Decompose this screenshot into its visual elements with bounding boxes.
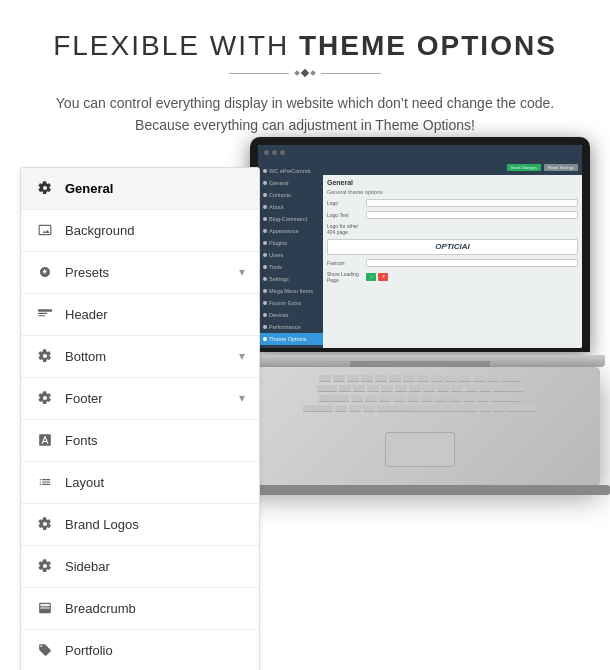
svg-rect-2 [38,315,45,316]
key [445,375,457,382]
nav-contacts: Contacts [258,189,323,201]
field-logo-input [366,199,578,207]
layout-icon [35,472,55,492]
key [353,385,365,392]
nav-performance: Performance [258,321,323,333]
screen-right-content: Save Changes Reset Settings General Gene… [323,161,582,348]
page-title: FLEXIBLE WITH THEME OPTIONS [40,30,570,62]
laptop-screen-frame: WC ePreCommit General Contacts About Blo… [250,137,590,352]
bar-dot-2 [272,150,277,155]
key-shift-r [507,405,537,412]
svg-rect-1 [38,313,47,314]
screen-main-content: General General theme options Logo Logo … [323,175,582,348]
header-icon [35,304,55,324]
menu-label-portfolio: Portfolio [65,643,245,658]
key [347,375,359,382]
title-normal: FLEXIBLE WITH [53,30,289,61]
divider-right-line [321,73,381,74]
screen-top-bar: Save Changes Reset Settings [323,161,582,175]
menu-label-general: General [65,181,245,196]
diamond-main [301,69,309,77]
menu-item-layout[interactable]: Layout [21,462,259,504]
menu-label-header: Header [65,307,245,322]
key [449,395,461,402]
key-row-space [303,405,537,412]
gear-icon [35,178,55,198]
bottom-arrow: ▾ [239,349,245,363]
presets-arrow: ▾ [239,265,245,279]
divider [40,70,570,76]
nav-blog: Blog-CommercI [258,213,323,225]
menu-label-brand-logos: Brand Logos [65,517,245,532]
laptop-touchpad [385,432,455,467]
screen-ui: WC ePreCommit General Contacts About Blo… [258,161,582,348]
nav-fission: Fission Extra [258,297,323,309]
key [365,395,377,402]
menu-item-sidebar[interactable]: Sidebar [21,546,259,588]
bar-dot-3 [280,150,285,155]
description: You can control everything display in we… [40,92,570,137]
key [473,375,485,382]
nav-site-title: WC ePreCommit [258,165,323,177]
font-icon [35,430,55,450]
diamond-small-right [310,70,316,76]
menu-label-sidebar: Sidebar [65,559,245,574]
key [379,395,391,402]
laptop-foot-bar [220,485,610,495]
drop-icon [35,262,55,282]
nav-tools: Tools [258,261,323,273]
key [361,375,373,382]
laptop-mockup: WC ePreCommit General Contacts About Blo… [210,137,610,617]
key [479,405,491,412]
screen-topbar [258,145,582,161]
key [319,375,331,382]
footer-arrow: ▾ [239,391,245,405]
key [375,375,387,382]
key-caps [319,395,349,402]
key [463,395,475,402]
key [451,385,463,392]
field-logo-label: Logo [327,200,362,206]
svg-rect-0 [38,310,52,312]
key [333,375,345,382]
logo-preview-text: OPTICIAI [435,242,470,251]
menu-label-footer: Footer [65,391,239,406]
menu-item-brand-logos[interactable]: Brand Logos [21,504,259,546]
menu-item-footer[interactable]: Footer ▾ [21,378,259,420]
field-favicon-label: Favicon [327,260,362,266]
portfolio-tag-icon [35,640,55,660]
laptop-keyboard [240,367,600,487]
key-space [377,405,477,412]
field-favicon: Favicon [327,259,578,267]
menu-item-fonts[interactable]: Fonts [21,420,259,462]
menu-item-background[interactable]: Background [21,210,259,252]
key [479,385,491,392]
key [407,395,419,402]
key [351,395,363,402]
desc-line2: Because everything can adjustment in The… [135,117,475,133]
menu-item-header[interactable]: Header [21,294,259,336]
key-row-2 [317,385,523,392]
nav-devices: Devices [258,309,323,321]
menu-item-portfolio[interactable]: Portfolio [21,630,259,670]
key [459,375,471,382]
menu-item-general[interactable]: General [21,168,259,210]
sidebar-gear-icon [35,556,55,576]
desc-line1: You can control everything display in we… [56,95,554,111]
key [367,385,379,392]
key-row-3 [319,395,521,402]
menu-item-presets[interactable]: Presets ▾ [21,252,259,294]
key [435,395,447,402]
field-logo: Logo [327,199,578,207]
menu-item-bottom[interactable]: Bottom ▾ [21,336,259,378]
diamond-decoration [295,70,315,76]
field-loading-label: Show Loading Page [327,271,362,283]
nav-mega-menu: Mega Menu Items [258,285,323,297]
menu-item-breadcrumb[interactable]: Breadcrumb [21,588,259,630]
image-icon [35,220,55,240]
key [421,395,433,402]
key [403,375,415,382]
key [465,385,477,392]
field-logo-404-label: Logo for other 404 page [327,223,362,235]
key-enter [493,385,523,392]
